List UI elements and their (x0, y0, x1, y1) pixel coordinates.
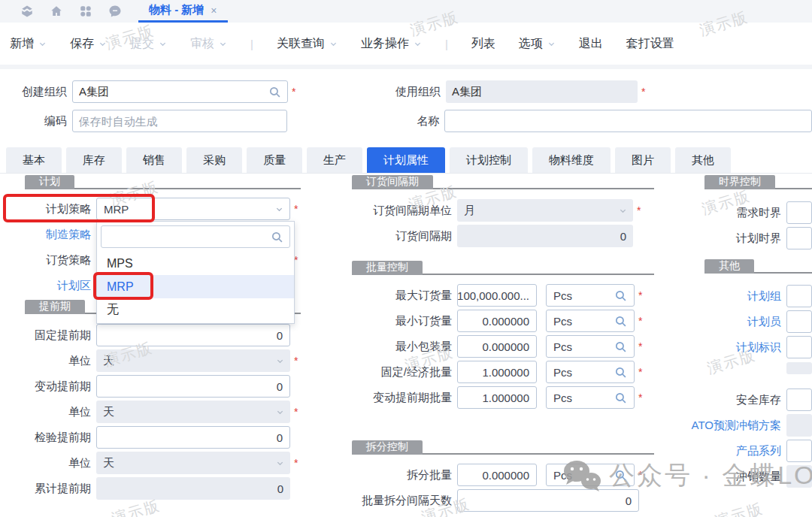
plan-group-label[interactable]: 计划组 (747, 289, 781, 304)
chevron-down-icon (219, 40, 227, 48)
split-batch-input[interactable]: 0.000000 (457, 464, 537, 486)
fixed-lead-time-input[interactable]: 0 (96, 324, 290, 346)
min-order-qty-input[interactable]: 0.000000 (457, 310, 537, 332)
planner-field[interactable] (786, 310, 812, 333)
tab-plan-attributes[interactable]: 计划属性 (367, 147, 445, 173)
unit-label: 单位 (6, 354, 96, 368)
split-interval-days-input[interactable]: 0 (457, 489, 639, 512)
fixed-economic-batch-unit-lookup[interactable]: Pcs (546, 361, 635, 383)
dropdown-search-input[interactable] (108, 231, 271, 243)
chat-icon[interactable] (108, 5, 122, 18)
create-org-input[interactable] (79, 86, 268, 98)
search-icon[interactable] (614, 289, 627, 302)
tab-purchase[interactable]: 采购 (186, 147, 242, 173)
variable-lead-time-input[interactable]: 0 (96, 375, 290, 398)
tab-plan-control[interactable]: 计划控制 (450, 147, 528, 173)
chevron-down-icon (276, 357, 284, 365)
offset-qty-field (786, 465, 812, 488)
search-icon[interactable] (614, 340, 627, 353)
tab-inventory[interactable]: 库存 (66, 147, 122, 173)
demand-fence-field[interactable] (786, 201, 812, 224)
search-icon[interactable] (268, 86, 281, 98)
create-org-field[interactable] (72, 80, 288, 103)
toolbar: 新增 保存 提交 审核 | 关联查询 业务操作 | 列表 选项 退出 套打设置 (0, 23, 812, 69)
section-title: 订货间隔期 (352, 175, 433, 189)
required-asterisk: * (638, 315, 645, 327)
search-icon[interactable] (614, 366, 627, 379)
tab-quality[interactable]: 质量 (247, 147, 302, 173)
tab-material-dimension[interactable]: 物料维度 (532, 147, 611, 173)
dropdown-option-mrp[interactable]: MRP (97, 275, 294, 298)
min-order-qty-label: 最小订货量 (331, 314, 457, 328)
logo-icon[interactable] (20, 5, 34, 18)
required-asterisk: * (292, 86, 298, 98)
code-input[interactable] (79, 115, 280, 128)
variable-lead-batch-unit-lookup[interactable]: Pcs (546, 386, 635, 409)
order-interval-unit-select: 月 (457, 199, 633, 222)
top-bar: 物料 - 新增 × (0, 0, 812, 23)
section-title: 时界控制 (704, 175, 775, 189)
dropdown-search-field[interactable] (101, 225, 290, 248)
plan-fence-field[interactable] (786, 227, 812, 249)
plan-strategy-select[interactable]: MRP (96, 198, 290, 220)
min-order-qty-unit-lookup[interactable]: Pcs (546, 310, 635, 332)
tab-other[interactable]: 其他 (675, 147, 731, 173)
tab-production[interactable]: 生产 (307, 147, 362, 173)
document-tab[interactable]: 物料 - 新增 × (138, 0, 228, 23)
section-title: 计划 (25, 175, 74, 189)
chevron-down-icon (547, 40, 556, 48)
variable-lead-batch-input[interactable]: 1.000000 (457, 386, 537, 409)
min-package-qty-unit-lookup[interactable]: Pcs (546, 335, 635, 358)
plan-group-field[interactable] (786, 285, 812, 307)
menu-item-list[interactable]: 列表 (471, 36, 495, 52)
required-asterisk: * (637, 204, 644, 216)
create-org-label: 创建组织 (0, 85, 72, 99)
tab-picture[interactable]: 图片 (615, 147, 671, 173)
product-series-field[interactable] (786, 440, 812, 462)
max-order-qty-input[interactable]: 100,000.000... (457, 284, 537, 307)
fixed-economic-batch-label: 固定/经济批量 (331, 365, 457, 379)
dropdown-option-none[interactable]: 无 (97, 298, 294, 322)
section-others: 其他 (662, 259, 812, 274)
code-field[interactable] (72, 110, 287, 132)
menu-item-exit[interactable]: 退出 (579, 36, 603, 52)
menu-item-related-query[interactable]: 关联查询 (277, 36, 338, 52)
manufacture-strategy-label[interactable]: 制造策略 (6, 228, 96, 242)
menu-item-new[interactable]: 新增 (10, 36, 47, 52)
menu-item-print-setup[interactable]: 套打设置 (626, 36, 674, 52)
menu-item-business-ops[interactable]: 业务操作 (361, 36, 422, 52)
menu-item-save[interactable]: 保存 (70, 36, 107, 52)
tab-basic[interactable]: 基本 (6, 147, 62, 173)
inspection-lead-time-input[interactable]: 0 (96, 426, 290, 449)
min-package-qty-input[interactable]: 0.000000 (457, 335, 537, 358)
search-icon[interactable] (614, 392, 627, 404)
name-field[interactable] (444, 110, 812, 132)
variable-lead-time-label: 变动提前期 (6, 379, 96, 394)
required-asterisk: * (294, 355, 301, 367)
planner-label[interactable]: 计划员 (747, 315, 781, 329)
search-icon[interactable] (614, 469, 627, 482)
close-icon[interactable]: × (211, 5, 217, 17)
max-order-qty-unit-lookup[interactable]: Pcs (546, 284, 635, 307)
fixed-economic-batch-input[interactable]: 1.000000 (457, 361, 537, 383)
required-asterisk: * (638, 366, 645, 378)
menu-item-options[interactable]: 选项 (519, 36, 556, 52)
required-asterisk: * (638, 469, 645, 481)
menu-item-audit: 审核 (190, 36, 227, 52)
chevron-down-icon (98, 40, 107, 48)
dropdown-option-mps[interactable]: MPS (97, 252, 294, 275)
search-icon[interactable] (614, 315, 627, 328)
safety-stock-field[interactable] (786, 389, 812, 411)
offset-qty-label: 冲销数量 (736, 470, 781, 484)
product-series-label[interactable]: 产品系列 (736, 444, 781, 458)
tab-sales[interactable]: 销售 (126, 147, 182, 173)
apps-grid-icon[interactable] (79, 5, 92, 18)
ato-forecast-offset-label[interactable]: ATO预测冲销方案 (692, 419, 781, 433)
split-batch-unit-lookup[interactable]: Pcs (546, 464, 635, 486)
plan-area-label[interactable]: 计划区 (6, 279, 96, 293)
name-input[interactable] (451, 115, 805, 128)
plan-id-field[interactable] (786, 336, 812, 358)
home-icon[interactable] (50, 5, 63, 18)
unit-label: 单位 (6, 456, 96, 470)
plan-id-label[interactable]: 计划标识 (736, 340, 781, 355)
